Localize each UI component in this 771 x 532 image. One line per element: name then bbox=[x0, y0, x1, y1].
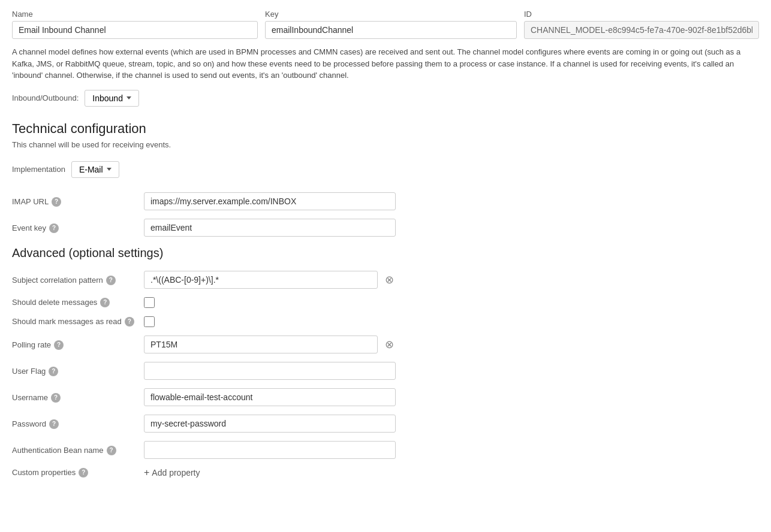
subject-correlation-input-group: ⊗ bbox=[144, 271, 396, 289]
subject-correlation-row: Subject correlation pattern ? ⊗ bbox=[12, 271, 759, 289]
should-mark-input-group bbox=[144, 316, 396, 327]
auth-bean-label-group: Authentication Bean name ? bbox=[12, 441, 144, 455]
key-input[interactable] bbox=[265, 21, 517, 39]
should-mark-checkbox[interactable] bbox=[144, 316, 155, 327]
should-mark-label: Should mark messages as read bbox=[12, 317, 122, 326]
custom-properties-help-icon[interactable]: ? bbox=[79, 468, 88, 477]
key-label: Key bbox=[265, 10, 517, 19]
user-flag-help-icon[interactable]: ? bbox=[49, 367, 58, 376]
polling-rate-row: Polling rate ? ⊗ bbox=[12, 335, 759, 353]
auth-bean-input[interactable] bbox=[144, 441, 396, 459]
implementation-caret-icon bbox=[107, 168, 112, 171]
inbound-outbound-dropdown[interactable]: Inbound bbox=[85, 90, 139, 107]
auth-bean-row: Authentication Bean name ? bbox=[12, 441, 759, 459]
name-label: Name bbox=[12, 10, 258, 19]
add-property-button[interactable]: + Add property bbox=[144, 467, 200, 478]
subject-correlation-field-with-clear: ⊗ bbox=[144, 271, 396, 289]
key-field-group: Key bbox=[265, 10, 517, 39]
should-delete-row: Should delete messages ? bbox=[12, 297, 759, 308]
name-input[interactable] bbox=[12, 21, 258, 39]
custom-properties-label-group: Custom properties ? bbox=[12, 468, 144, 477]
user-flag-label: User Flag bbox=[12, 367, 46, 376]
technical-config-subtitle: This channel will be used for receiving … bbox=[12, 140, 759, 149]
password-row: Password ? bbox=[12, 415, 759, 433]
polling-rate-label-group: Polling rate ? bbox=[12, 335, 144, 350]
user-flag-input-group bbox=[144, 362, 396, 380]
imap-url-label-group: IMAP URL ? bbox=[12, 192, 144, 207]
user-flag-input[interactable] bbox=[144, 362, 396, 380]
subject-correlation-label-group: Subject correlation pattern ? bbox=[12, 271, 144, 285]
add-property-label: Add property bbox=[152, 468, 200, 477]
plus-icon: + bbox=[144, 467, 149, 478]
imap-url-input-group bbox=[144, 192, 396, 210]
should-delete-checkbox-wrapper bbox=[144, 297, 396, 308]
polling-rate-input[interactable] bbox=[144, 335, 378, 353]
password-help-icon[interactable]: ? bbox=[49, 419, 59, 429]
should-delete-label: Should delete messages bbox=[12, 298, 97, 307]
event-key-row: Event key ? bbox=[12, 219, 759, 237]
polling-rate-field-with-clear: ⊗ bbox=[144, 335, 396, 353]
should-delete-input-group bbox=[144, 297, 396, 308]
inbound-outbound-row: Inbound/Outbound: Inbound bbox=[12, 90, 759, 107]
implementation-label: Implementation bbox=[12, 165, 65, 174]
id-field-group: ID bbox=[524, 10, 759, 39]
technical-config-title: Technical configuration bbox=[12, 121, 759, 137]
technical-config-section: Technical configuration This channel wil… bbox=[12, 121, 759, 149]
polling-rate-label: Polling rate bbox=[12, 340, 51, 349]
username-label-group: Username ? bbox=[12, 388, 144, 403]
should-mark-label-group: Should mark messages as read ? bbox=[12, 317, 144, 327]
name-field-group: Name bbox=[12, 10, 258, 39]
auth-bean-help-icon[interactable]: ? bbox=[107, 446, 116, 455]
id-label: ID bbox=[524, 10, 759, 19]
should-delete-help-icon[interactable]: ? bbox=[100, 298, 110, 307]
subject-correlation-clear-button[interactable]: ⊗ bbox=[383, 273, 396, 286]
implementation-value: E-Mail bbox=[79, 165, 103, 174]
implementation-row: Implementation E-Mail bbox=[12, 161, 759, 178]
inbound-outbound-caret-icon bbox=[127, 96, 131, 99]
custom-properties-row: Custom properties ? + Add property bbox=[12, 467, 759, 478]
top-row: Name Key ID bbox=[12, 10, 759, 39]
imap-url-help-icon[interactable]: ? bbox=[52, 197, 61, 207]
username-label: Username bbox=[12, 393, 48, 402]
imap-url-row: IMAP URL ? bbox=[12, 192, 759, 210]
imap-url-label: IMAP URL bbox=[12, 197, 49, 206]
username-input[interactable] bbox=[144, 388, 396, 406]
user-flag-label-group: User Flag ? bbox=[12, 362, 144, 376]
auth-bean-label: Authentication Bean name bbox=[12, 446, 104, 455]
auth-bean-input-group bbox=[144, 441, 396, 459]
password-input-group bbox=[144, 415, 396, 433]
username-help-icon[interactable]: ? bbox=[51, 393, 61, 403]
inbound-outbound-label: Inbound/Outbound: bbox=[12, 93, 79, 102]
polling-rate-input-group: ⊗ bbox=[144, 335, 396, 353]
password-input[interactable] bbox=[144, 415, 396, 433]
event-key-input-group bbox=[144, 219, 396, 237]
id-input bbox=[524, 21, 759, 39]
username-row: Username ? bbox=[12, 388, 759, 406]
subject-correlation-label: Subject correlation pattern bbox=[12, 276, 103, 285]
subject-correlation-input[interactable] bbox=[144, 271, 378, 289]
should-delete-label-group: Should delete messages ? bbox=[12, 298, 144, 307]
should-mark-checkbox-wrapper bbox=[144, 316, 396, 327]
advanced-title: Advanced (optional settings) bbox=[12, 246, 759, 260]
should-delete-checkbox[interactable] bbox=[144, 297, 155, 308]
imap-url-input[interactable] bbox=[144, 192, 396, 210]
password-label-group: Password ? bbox=[12, 415, 144, 429]
polling-rate-help-icon[interactable]: ? bbox=[54, 340, 64, 350]
custom-properties-label: Custom properties bbox=[12, 468, 76, 477]
event-key-input[interactable] bbox=[144, 219, 396, 237]
event-key-label-group: Event key ? bbox=[12, 219, 144, 233]
channel-description: A channel model defines how external eve… bbox=[12, 46, 759, 81]
should-mark-row: Should mark messages as read ? bbox=[12, 316, 759, 327]
inbound-outbound-value: Inbound bbox=[92, 93, 123, 103]
should-mark-help-icon[interactable]: ? bbox=[125, 317, 134, 327]
polling-rate-clear-button[interactable]: ⊗ bbox=[383, 338, 396, 351]
implementation-dropdown[interactable]: E-Mail bbox=[71, 161, 119, 178]
subject-correlation-help-icon[interactable]: ? bbox=[106, 276, 116, 285]
event-key-help-icon[interactable]: ? bbox=[49, 223, 59, 233]
username-input-group bbox=[144, 388, 396, 406]
user-flag-row: User Flag ? bbox=[12, 362, 759, 380]
event-key-label: Event key bbox=[12, 223, 46, 232]
password-label: Password bbox=[12, 419, 46, 428]
